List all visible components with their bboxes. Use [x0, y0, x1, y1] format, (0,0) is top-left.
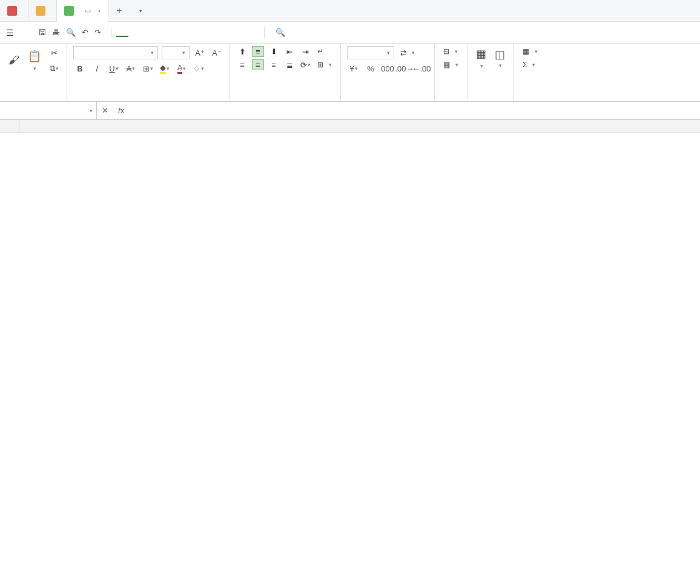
dec-inc-button[interactable]: .00→	[398, 62, 411, 75]
brush-icon: 🖌	[8, 54, 19, 67]
italic-button[interactable]: I	[90, 62, 104, 75]
dec-dec-button[interactable]: ←.00	[415, 62, 428, 75]
sheet-icon: ▦	[443, 61, 450, 69]
fill-icon: ▦	[523, 47, 529, 56]
decrease-font-button[interactable]: A⁻	[210, 46, 223, 59]
formula-bar: ▾ ✕ fx	[0, 102, 700, 120]
menu-member[interactable]	[233, 29, 245, 36]
align-left-button[interactable]: ≡	[236, 59, 248, 70]
paste-button[interactable]: 📋▾	[25, 48, 44, 73]
redo-icon[interactable]: ↷	[94, 28, 101, 37]
tab-more-icon[interactable]: •	[98, 7, 101, 15]
template-icon	[36, 6, 45, 16]
tab-templates[interactable]	[28, 0, 57, 22]
cancel-formula-button[interactable]: ✕	[97, 106, 113, 115]
print-icon[interactable]: 🖶	[52, 28, 60, 37]
group-label	[236, 99, 334, 100]
undo-icon[interactable]: ↶	[82, 28, 88, 37]
format-painter-button[interactable]: 🖌	[6, 53, 22, 69]
group-label	[441, 99, 461, 100]
menu-file[interactable]	[19, 29, 31, 36]
align-top-button[interactable]: ⬆	[236, 46, 248, 57]
rowcol-button[interactable]: ⊟▾	[441, 46, 461, 57]
menu-page[interactable]	[145, 29, 157, 36]
menu-efficiency[interactable]	[247, 29, 259, 36]
number-format-combo[interactable]: ▾	[347, 46, 394, 59]
align-middle-button[interactable]: ≡	[252, 46, 264, 57]
separator	[111, 27, 111, 38]
menu-formula[interactable]	[160, 29, 172, 36]
group-label	[474, 99, 507, 100]
orientation-button[interactable]: ⟳▾	[299, 59, 311, 70]
convert-button[interactable]: ⇄▾	[398, 47, 417, 58]
wrap-text-button[interactable]: ↵	[315, 46, 328, 57]
bold-button[interactable]: B	[73, 62, 87, 75]
tab-workbook[interactable]: ▭•	[57, 0, 108, 22]
percent-button[interactable]: %	[364, 62, 377, 75]
group-label	[520, 91, 540, 100]
formula-input[interactable]	[129, 106, 700, 115]
wps-icon	[7, 6, 17, 16]
menu-review[interactable]	[189, 29, 201, 36]
increase-font-button[interactable]: A⁺	[193, 46, 206, 59]
group-label	[73, 99, 223, 100]
save-icon[interactable]: 🖫	[38, 28, 46, 37]
strike-button[interactable]: A▾	[124, 62, 137, 75]
phonetic-button[interactable]: ♢▾	[192, 62, 205, 75]
align-bottom-button[interactable]: ⬇	[268, 46, 280, 57]
sum-button[interactable]: Σ▾	[520, 59, 540, 70]
merge-button[interactable]: ⊞▾	[315, 59, 334, 70]
worksheet-button[interactable]: ▦▾	[441, 59, 461, 70]
menu-tools[interactable]	[218, 29, 230, 36]
column-headers	[0, 120, 700, 133]
menu-bar: ☰ 🖫 🖶 🔍 ↶ ↷ 🔍	[0, 22, 700, 44]
title-bar: ▭• + ▾	[0, 0, 700, 22]
ribbon-group-font: ▾ ▾ A⁺ A⁻ B I U▾ A▾ ⊞▾ ◆▾ A▾ ♢▾	[67, 44, 230, 101]
align-right-button[interactable]: ≡	[268, 59, 280, 70]
fx-button[interactable]: fx	[113, 106, 129, 115]
search-icon[interactable]: 🔍	[269, 28, 291, 37]
border-button[interactable]: ⊞▾	[141, 62, 154, 75]
clipboard-icon: 📋	[28, 50, 41, 63]
font-color-button[interactable]: A▾	[175, 62, 188, 75]
spreadsheet-grid[interactable]: ⊞▾	[0, 120, 700, 133]
currency-button[interactable]: ¥▾	[347, 62, 360, 75]
conditional-format-button[interactable]: ▦▾	[474, 46, 489, 70]
menu-insert[interactable]	[131, 29, 143, 36]
copy-button[interactable]: ⧉▾	[47, 62, 61, 75]
convert-icon: ⇄	[400, 48, 406, 57]
separator	[264, 27, 265, 38]
new-tab-button[interactable]: +	[108, 5, 130, 16]
cell-style-button[interactable]: ◫▾	[492, 47, 507, 70]
ribbon-group-style: ▦▾ ◫▾	[467, 44, 514, 101]
group-label	[347, 99, 428, 100]
comma-button[interactable]: 000	[381, 62, 394, 75]
select-all-corner[interactable]	[0, 120, 19, 133]
align-justify-button[interactable]: ≣	[283, 59, 296, 70]
menu-view[interactable]	[203, 29, 216, 36]
font-size-combo[interactable]: ▾	[162, 46, 190, 59]
indent-inc-button[interactable]: ⇥	[299, 46, 311, 57]
rowcol-icon: ⊟	[443, 47, 449, 56]
style-icon: ◫	[495, 48, 505, 61]
tab-menu-button[interactable]: ▾	[130, 8, 152, 14]
wrap-icon: ↵	[317, 47, 323, 56]
menu-home[interactable]	[116, 28, 128, 37]
merge-icon: ⊞	[317, 61, 323, 69]
align-center-button[interactable]: ≡	[252, 59, 264, 70]
chevron-down-icon[interactable]: ▾	[86, 108, 96, 114]
tab-wps-office[interactable]	[0, 0, 28, 22]
fill-color-button[interactable]: ◆▾	[158, 62, 171, 75]
name-box-input[interactable]	[0, 106, 86, 115]
underline-button[interactable]: U▾	[107, 62, 121, 75]
sum-icon: Σ	[523, 61, 527, 69]
font-name-combo[interactable]: ▾	[73, 46, 158, 59]
fill-button[interactable]: ▦▾	[520, 46, 540, 57]
hamburger-icon[interactable]: ☰	[6, 28, 14, 38]
preview-icon[interactable]: 🔍	[66, 28, 76, 37]
indent-dec-button[interactable]: ⇤	[283, 46, 296, 57]
menu-data[interactable]	[174, 29, 187, 36]
tab-window-icon[interactable]: ▭	[85, 7, 91, 15]
name-box[interactable]: ▾	[0, 102, 97, 119]
cut-button[interactable]: ✂	[47, 46, 61, 59]
